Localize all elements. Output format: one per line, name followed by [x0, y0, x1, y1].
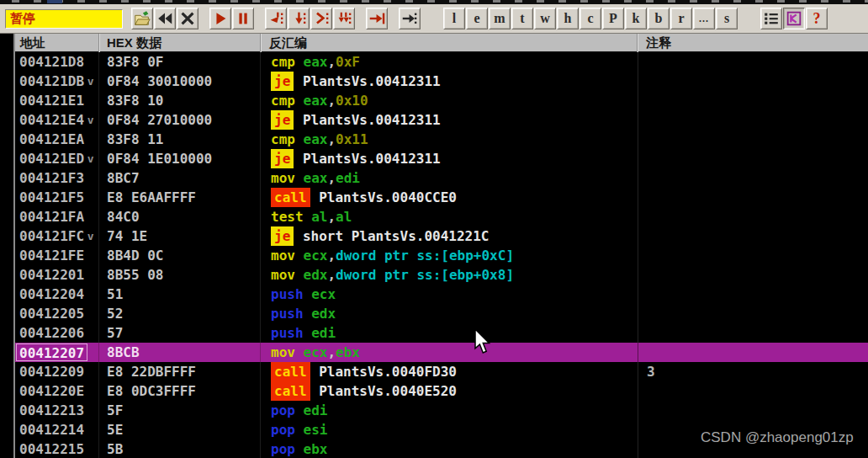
- table-row[interactable]: 004121EA83F8 11cmp eax,0x11: [15, 130, 868, 149]
- table-row[interactable]: 004121FA84C0test al,al: [15, 207, 868, 226]
- panel-button-log[interactable]: l: [443, 8, 465, 29]
- panel-button-references[interactable]: r: [670, 8, 692, 29]
- panel-button-executables[interactable]: e: [466, 8, 488, 29]
- comment-cell: [638, 401, 868, 420]
- execute-till-return-icon[interactable]: [366, 8, 388, 29]
- comment-cell: [638, 381, 868, 401]
- step-over-icon[interactable]: [288, 8, 310, 29]
- jump-down-indicator: [84, 188, 97, 207]
- pause-icon[interactable]: [232, 8, 254, 29]
- table-row[interactable]: 004121DBv0F84 30010000je PlantsVs.004123…: [15, 72, 868, 91]
- jump-down-indicator: v: [84, 149, 97, 168]
- hex-bytes-cell: 5E: [99, 420, 261, 439]
- panel-button-callstack-label: k: [632, 12, 640, 25]
- table-row[interactable]: 004121E183F8 10cmp eax,0x10: [15, 91, 868, 110]
- address-value: 00412215: [19, 439, 84, 458]
- disasm-cell: mov eax,edi: [261, 168, 638, 188]
- address-cell: 004121F3: [15, 168, 99, 188]
- comment-cell: [638, 110, 868, 130]
- hex-bytes-cell: E8 22DBFFFF: [99, 362, 261, 381]
- table-row[interactable]: 004121E4v0F84 27010000je PlantsVs.004123…: [15, 110, 868, 130]
- comment-cell: [638, 91, 868, 110]
- panel-button-source[interactable]: s: [716, 8, 738, 29]
- status-badge: 暂停: [5, 9, 123, 29]
- help-icon[interactable]: ?: [806, 8, 828, 29]
- disasm-cell: push ecx: [261, 285, 638, 304]
- address-value: 00412207: [16, 344, 87, 361]
- panel-button-memory[interactable]: m: [489, 8, 511, 29]
- panel-button-threads[interactable]: t: [511, 8, 533, 29]
- comment-cell: [638, 207, 868, 226]
- address-value: 004121E4: [19, 110, 84, 130]
- comment-cell: [638, 285, 868, 304]
- table-row[interactable]: 004122018B55 08mov edx,dword ptr ss:[ebp…: [15, 265, 868, 285]
- table-row[interactable]: 004121FCv74 1Eje short PlantsVs.0041221C: [15, 226, 868, 246]
- step-into-icon[interactable]: [265, 8, 287, 29]
- table-row[interactable]: 00412209E8 22DBFFFFcall PlantsVs.0040FD3…: [15, 362, 868, 381]
- goto-address-icon[interactable]: [399, 8, 421, 29]
- disasm-cell: push edx: [261, 304, 638, 323]
- address-cell: 00412204: [15, 285, 99, 304]
- address-value: 004121EA: [19, 130, 84, 149]
- address-cell: 00412214: [15, 420, 99, 439]
- table-row[interactable]: 0041220EE8 0DC3FFFFcall PlantsVs.0040E52…: [15, 381, 868, 401]
- hex-bytes-cell: 0F84 30010000: [99, 72, 261, 91]
- disasm-body: 004121D883F8 0Fcmp eax,0xF004121DBv0F84 …: [15, 52, 868, 458]
- table-row[interactable]: 004121F38BC7mov eax,edi: [15, 168, 868, 188]
- jump-down-indicator: [84, 304, 97, 323]
- address-cell: 004121FA: [15, 207, 99, 226]
- disasm-cell: test al,al: [261, 207, 638, 226]
- panel-button-cpu[interactable]: c: [580, 8, 601, 29]
- address-value: 004121D8: [19, 52, 84, 72]
- address-cell: 004121EDv: [15, 149, 99, 168]
- jump-down-indicator: v: [84, 72, 97, 91]
- address-value: 004121F5: [19, 188, 84, 207]
- animate-into-icon[interactable]: [310, 8, 332, 29]
- disasm-cell: mov ecx,dword ptr ss:[ebp+0xC]: [261, 246, 638, 265]
- run-icon[interactable]: [209, 8, 231, 29]
- disasm-cell: je PlantsVs.00412311: [261, 149, 638, 168]
- comment-cell: [638, 188, 868, 207]
- restart-icon[interactable]: [154, 8, 176, 29]
- panel-button-breakpoints[interactable]: b: [648, 8, 670, 29]
- open-folder-icon[interactable]: [131, 8, 153, 29]
- panel-button-runtrace[interactable]: ...: [693, 8, 715, 29]
- jump-down-indicator: [84, 91, 97, 110]
- toolbar: 暂停 lemtwhcPkbr...s?: [0, 4, 868, 34]
- disasm-cell: call PlantsVs.0040E520: [261, 381, 638, 401]
- jump-down-indicator: [84, 285, 97, 304]
- jump-down-indicator: [84, 381, 97, 401]
- hex-bytes-cell: 8B4D 0C: [99, 246, 261, 265]
- table-row[interactable]: 004122078BCBmov ecx,ebx: [15, 343, 868, 362]
- address-cell: 00412205: [15, 304, 99, 323]
- close-window-icon[interactable]: [177, 8, 198, 29]
- table-row[interactable]: 0041220451push ecx: [15, 285, 868, 304]
- jump-down-indicator: [84, 52, 97, 72]
- panel-button-windows[interactable]: w: [534, 8, 556, 29]
- panel-button-callstack[interactable]: k: [625, 8, 647, 29]
- table-row[interactable]: 004121FE8B4D 0Cmov ecx,dword ptr ss:[ebp…: [15, 246, 868, 265]
- table-row[interactable]: 004122135Fpop edi: [15, 401, 868, 420]
- jump-down-indicator: v: [84, 226, 97, 246]
- table-row[interactable]: 0041220552push edx: [15, 304, 868, 323]
- comment-cell: [638, 304, 868, 323]
- jump-down-indicator: [84, 420, 97, 439]
- table-row[interactable]: 004121D883F8 0Fcmp eax,0xF: [15, 52, 868, 72]
- table-row[interactable]: 004121F5E8 E6AAFFFFcall PlantsVs.0040CCE…: [15, 188, 868, 207]
- watermark: CSDN @zhaopeng01zp: [701, 429, 854, 446]
- table-row[interactable]: 0041220657push edi: [15, 323, 868, 343]
- panel-button-patches[interactable]: P: [602, 8, 624, 29]
- column-header-comment: 注释: [638, 34, 868, 52]
- panel-button-handles-label: h: [564, 12, 572, 25]
- address-value: 00412201: [19, 265, 84, 285]
- hex-bytes-cell: 83F8 0F: [99, 52, 261, 72]
- address-value: 004121E1: [19, 91, 84, 110]
- cpu-window-icon[interactable]: [783, 8, 805, 29]
- panel-button-source-label: s: [724, 12, 729, 25]
- panel-button-handles[interactable]: h: [557, 8, 579, 29]
- jump-down-indicator: [84, 265, 97, 285]
- address-value: 0041220E: [19, 381, 84, 401]
- animate-over-icon[interactable]: [333, 8, 355, 29]
- windows-list-icon[interactable]: [760, 8, 782, 29]
- table-row[interactable]: 004121EDv0F84 1E010000je PlantsVs.004123…: [15, 149, 868, 168]
